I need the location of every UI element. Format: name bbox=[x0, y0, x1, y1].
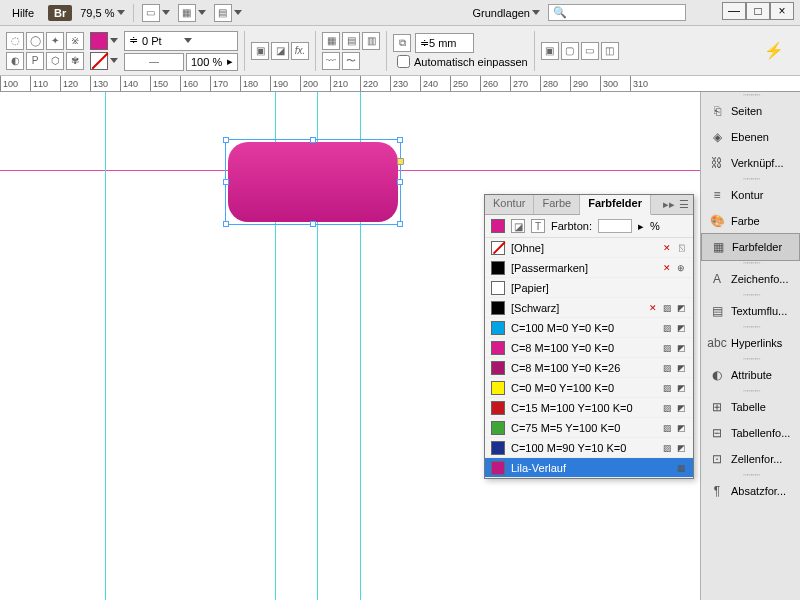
swatches-panel[interactable]: Kontur Farbe Farbfelder ▸▸ ☰ ◪ T Farbton… bbox=[484, 194, 694, 479]
panel-menu-icon[interactable]: ☰ bbox=[679, 198, 689, 211]
stepper-icon[interactable]: ≑ bbox=[420, 37, 429, 50]
tool-icon[interactable]: ◌ bbox=[6, 32, 24, 50]
tab-farbe[interactable]: Farbe bbox=[534, 195, 580, 214]
swatch-row[interactable]: [Papier] bbox=[485, 278, 693, 298]
arrange-dropdown[interactable]: ▦ bbox=[178, 4, 206, 22]
tool-icon[interactable]: ※ bbox=[66, 32, 84, 50]
swatch-row[interactable]: C=0 M=0 Y=100 K=0▨◩ bbox=[485, 378, 693, 398]
stroke-dropdown-icon[interactable] bbox=[110, 58, 118, 63]
tool-icon[interactable]: ✾ bbox=[66, 52, 84, 70]
fill-dropdown-icon[interactable] bbox=[110, 38, 118, 43]
dock-item-textumflu[interactable]: ▤Textumflu... bbox=[701, 298, 800, 324]
dock-item-ebenen[interactable]: ◈Ebenen bbox=[701, 124, 800, 150]
selection-handle[interactable] bbox=[310, 221, 316, 227]
tool-icon[interactable]: ◐ bbox=[6, 52, 24, 70]
autofit-checkbox[interactable] bbox=[397, 55, 410, 68]
wrap-icon[interactable]: ▦ bbox=[322, 32, 340, 50]
swatch-row[interactable]: C=8 M=100 Y=0 K=26▨◩ bbox=[485, 358, 693, 378]
inset-field[interactable]: ≑ bbox=[415, 33, 474, 53]
stroke-style-dropdown[interactable]: — bbox=[124, 53, 184, 71]
lock-icon: ✕ bbox=[661, 262, 673, 274]
swatch-row[interactable]: C=75 M=5 Y=100 K=0▨◩ bbox=[485, 418, 693, 438]
dock-item-kontur[interactable]: ≡Kontur bbox=[701, 182, 800, 208]
search-field[interactable]: 🔍 bbox=[548, 4, 686, 21]
stroke-weight-input[interactable] bbox=[142, 35, 180, 47]
selection-handle[interactable] bbox=[397, 137, 403, 143]
swatch-row[interactable]: [Ohne]✕⍂ bbox=[485, 238, 693, 258]
fill-swatch[interactable] bbox=[90, 32, 108, 50]
tool-icon[interactable]: ◯ bbox=[26, 32, 44, 50]
minimize-button[interactable]: — bbox=[722, 2, 746, 20]
stroke-weight-field[interactable]: ≑ bbox=[124, 31, 238, 51]
swatch-row[interactable]: [Schwarz]✕▨◩ bbox=[485, 298, 693, 318]
fit-icon[interactable]: ◫ bbox=[601, 42, 619, 60]
dock-item-absatzfor[interactable]: ¶Absatzfor... bbox=[701, 478, 800, 504]
stroke-swatch-none[interactable] bbox=[90, 52, 108, 70]
opacity-input[interactable] bbox=[191, 56, 227, 68]
swatch-row[interactable]: [Passermarken]✕⊕ bbox=[485, 258, 693, 278]
lightning-icon[interactable]: ⚡ bbox=[764, 41, 794, 60]
selection-handle[interactable] bbox=[223, 137, 229, 143]
dock-item-zellenfor[interactable]: ⊡Zellenfor... bbox=[701, 446, 800, 472]
opacity-field[interactable]: ▸ bbox=[186, 53, 238, 71]
swatch-list[interactable]: [Ohne]✕⍂[Passermarken]✕⊕[Papier][Schwarz… bbox=[485, 238, 693, 478]
wrap-icon[interactable]: 〜 bbox=[342, 52, 360, 70]
swatch-row[interactable]: C=8 M=100 Y=0 K=0▨◩ bbox=[485, 338, 693, 358]
fit-icon[interactable]: ▢ bbox=[561, 42, 579, 60]
maximize-button[interactable]: □ bbox=[746, 2, 770, 20]
tool-icon[interactable]: ✦ bbox=[46, 32, 64, 50]
fx-icon[interactable]: ▣ bbox=[251, 42, 269, 60]
search-input[interactable] bbox=[571, 7, 681, 19]
dock-item-hyperlinks[interactable]: abcHyperlinks bbox=[701, 330, 800, 356]
dock-item-tabelle[interactable]: ⊞Tabelle bbox=[701, 394, 800, 420]
close-button[interactable]: × bbox=[770, 2, 794, 20]
tool-icon[interactable]: P bbox=[26, 52, 44, 70]
text-color-icon[interactable]: T bbox=[531, 219, 545, 233]
swatch-row[interactable]: C=15 M=100 Y=100 K=0▨◩ bbox=[485, 398, 693, 418]
selection-handle[interactable] bbox=[397, 221, 403, 227]
dock-item-seiten[interactable]: ⎗Seiten bbox=[701, 98, 800, 124]
toggle-fill-stroke-icon[interactable]: ◪ bbox=[511, 219, 525, 233]
workspace-dropdown[interactable]: Grundlagen bbox=[473, 7, 541, 19]
chevron-right-icon[interactable]: ▸ bbox=[227, 55, 233, 68]
wrap-icon[interactable]: ▥ bbox=[362, 32, 380, 50]
fit-icon[interactable]: ▭ bbox=[581, 42, 599, 60]
stepper-icon[interactable]: ≑ bbox=[129, 34, 138, 47]
horizontal-ruler[interactable]: 1001101201301401501601701801902002102202… bbox=[0, 76, 800, 92]
dock-item-zeichenfo[interactable]: AZeichenfo... bbox=[701, 266, 800, 292]
selection-handle[interactable] bbox=[223, 179, 229, 185]
screen-mode-dropdown[interactable]: ▭ bbox=[142, 4, 170, 22]
fx-icon[interactable]: ◪ bbox=[271, 42, 289, 60]
selection-handle[interactable] bbox=[310, 137, 316, 143]
swatch-row[interactable]: C=100 M=0 Y=0 K=0▨◩ bbox=[485, 318, 693, 338]
tint-slider-icon[interactable]: ▸ bbox=[638, 220, 644, 233]
dock-item-farbfelder[interactable]: ▦Farbfelder bbox=[701, 233, 800, 261]
selection-handle[interactable] bbox=[397, 179, 403, 185]
collapse-icon[interactable]: ▸▸ bbox=[663, 198, 675, 211]
tint-input[interactable] bbox=[598, 219, 632, 233]
wrap-icon[interactable]: ▤ bbox=[342, 32, 360, 50]
dock-item-verknpf[interactable]: ⛓Verknüpf... bbox=[701, 150, 800, 176]
wrap-icon[interactable]: 〰 bbox=[322, 52, 340, 70]
corner-radius-handle[interactable] bbox=[397, 158, 404, 165]
swatch-name: [Passermarken] bbox=[511, 262, 655, 274]
dock-item-farbe[interactable]: 🎨Farbe bbox=[701, 208, 800, 234]
dock-item-attribute[interactable]: ◐Attribute bbox=[701, 362, 800, 388]
tab-farbfelder[interactable]: Farbfelder bbox=[580, 195, 651, 215]
dock-item-tabellenfo[interactable]: ⊟Tabellenfo... bbox=[701, 420, 800, 446]
selection-handle[interactable] bbox=[223, 221, 229, 227]
view-options-dropdown[interactable]: ▤ bbox=[214, 4, 242, 22]
tab-kontur[interactable]: Kontur bbox=[485, 195, 534, 214]
help-menu[interactable]: Hilfe bbox=[6, 5, 40, 21]
tool-icon[interactable]: ⬡ bbox=[46, 52, 64, 70]
swatch-row[interactable]: C=100 M=90 Y=10 K=0▨◩ bbox=[485, 438, 693, 458]
frame-fit-icon[interactable]: ⧉ bbox=[393, 34, 411, 52]
bridge-badge[interactable]: Br bbox=[48, 5, 72, 21]
zoom-dropdown[interactable]: 79,5 % bbox=[80, 7, 124, 19]
inset-input[interactable] bbox=[429, 37, 469, 49]
fit-icon[interactable]: ▣ bbox=[541, 42, 559, 60]
fx-icon[interactable]: fx. bbox=[291, 42, 309, 60]
swatch-row[interactable]: Lila-Verlauf▦ bbox=[485, 458, 693, 478]
guide-vertical[interactable] bbox=[105, 92, 106, 600]
active-fill-swatch[interactable] bbox=[491, 219, 505, 233]
